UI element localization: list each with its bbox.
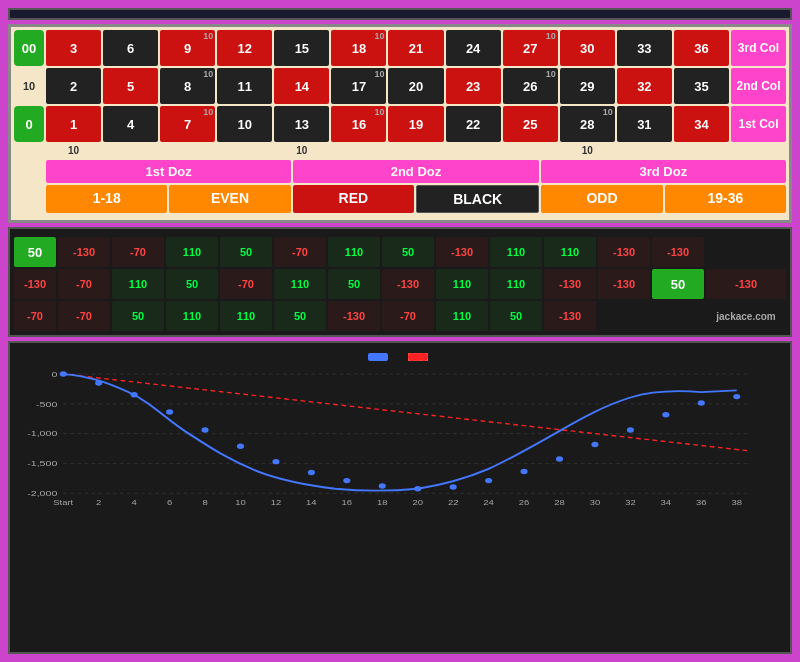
legend-red-swatch [408, 353, 428, 361]
winloss-grid: 50-130-7011050-7011050-130110110-130-130… [14, 237, 786, 331]
svg-text:-1,000: -1,000 [27, 429, 57, 438]
cell-22[interactable]: 22 [446, 106, 501, 142]
cell-21[interactable]: 21 [388, 30, 443, 66]
cell-6[interactable]: 6 [103, 30, 158, 66]
svg-point-27 [627, 427, 634, 432]
svg-point-20 [379, 483, 386, 488]
legend-expected [408, 353, 432, 361]
cell-4[interactable]: 4 [103, 106, 158, 142]
cell-25[interactable]: 25 [503, 106, 558, 142]
wl-cell-2-9: -70 [382, 301, 434, 331]
legend-blue-swatch [368, 353, 388, 361]
cell-28[interactable]: 281010 [560, 106, 615, 142]
side-cell-0[interactable]: 0 [14, 106, 44, 142]
svg-point-21 [414, 486, 421, 491]
wl-credit: jackace.com [706, 301, 786, 331]
cell-19[interactable]: 19 [388, 106, 443, 142]
svg-line-10 [63, 374, 748, 451]
winloss-container: 50-130-7011050-7011050-130110110-130-130… [8, 227, 792, 337]
cell-30[interactable]: 30 [560, 30, 615, 66]
wl-cell-1-8: -130 [382, 269, 434, 299]
svg-text:12: 12 [271, 498, 282, 505]
svg-text:38: 38 [731, 498, 742, 505]
cell-33[interactable]: 33 [617, 30, 672, 66]
roulette-table: 003691012151810212427103033363rd Col1025… [8, 24, 792, 223]
svg-text:14: 14 [306, 498, 317, 505]
cell-23[interactable]: 23 [446, 68, 501, 104]
svg-point-13 [131, 392, 138, 397]
doz-3[interactable]: 3rd Doz [541, 160, 786, 183]
cell-16[interactable]: 1610 [331, 106, 386, 142]
svg-point-17 [272, 459, 279, 464]
wl-cell-2-10: 110 [436, 301, 488, 331]
cell-20[interactable]: 20 [388, 68, 443, 104]
cell-9[interactable]: 910 [160, 30, 215, 66]
svg-point-25 [556, 456, 563, 461]
svg-text:26: 26 [519, 498, 530, 505]
cell-18[interactable]: 1810 [331, 30, 386, 66]
cell-13[interactable]: 1310 [274, 106, 329, 142]
graph-legend [16, 353, 784, 361]
svg-text:-2,000: -2,000 [27, 488, 57, 497]
wl-cell-1-11: -130 [544, 269, 596, 299]
svg-point-22 [450, 484, 457, 489]
cell-32[interactable]: 32 [617, 68, 672, 104]
cell-7[interactable]: 710 [160, 106, 215, 142]
wl-cell-1-6: 110 [274, 269, 326, 299]
wl-cell-0-3: 110 [166, 237, 218, 267]
wl-cell-0-6: 110 [328, 237, 380, 267]
doz-2[interactable]: 2nd Doz [293, 160, 538, 183]
wl-cell-2-8: -130 [328, 301, 380, 331]
svg-text:-1,500: -1,500 [27, 458, 57, 467]
cell-5[interactable]: 5 [103, 68, 158, 104]
svg-text:28: 28 [554, 498, 565, 505]
cell-2[interactable]: 2 [46, 68, 101, 104]
cell-36[interactable]: 36 [674, 30, 729, 66]
bet-red[interactable]: RED [293, 185, 414, 213]
svg-text:18: 18 [377, 498, 388, 505]
side-cell-10[interactable]: 10 [14, 68, 44, 104]
cell-26[interactable]: 2610 [503, 68, 558, 104]
col-cell-0[interactable]: 3rd Col [731, 30, 786, 66]
cell-24[interactable]: 24 [446, 30, 501, 66]
svg-text:24: 24 [483, 498, 494, 505]
wl-cell-1-7: 50 [328, 269, 380, 299]
cell-11[interactable]: 11 [217, 68, 272, 104]
wl-cell-1-1: -130 [14, 269, 56, 299]
cell-27[interactable]: 2710 [503, 30, 558, 66]
bet-19-36[interactable]: 19-36 [665, 185, 786, 213]
wl-cell-2-2: -70 [14, 301, 56, 331]
bet-even[interactable]: EVEN [169, 185, 290, 213]
wl-cell-1-12: -130 [598, 269, 650, 299]
wl-cell-1-5: -70 [220, 269, 272, 299]
wl-cell-2-3: -70 [58, 301, 110, 331]
wl-cell-0-4: 50 [220, 237, 272, 267]
cell-15[interactable]: 15 [274, 30, 329, 66]
side-cell-00[interactable]: 00 [14, 30, 44, 66]
col-cell-1[interactable]: 2nd Col [731, 68, 786, 104]
col-cell-2[interactable]: 1st Col [731, 106, 786, 142]
cell-1[interactable]: 110 [46, 106, 101, 142]
cell-3[interactable]: 3 [46, 30, 101, 66]
cell-14[interactable]: 14 [274, 68, 329, 104]
bet-black[interactable]: BLACK [416, 185, 539, 213]
wl-cell-1-0 [706, 237, 786, 267]
cell-34[interactable]: 34 [674, 106, 729, 142]
wl-cell-2-12: -130 [544, 301, 596, 331]
wl-cell-1-2: -70 [58, 269, 110, 299]
cell-10[interactable]: 10 [217, 106, 272, 142]
cell-29[interactable]: 29 [560, 68, 615, 104]
wl-cell-0-2: -70 [112, 237, 164, 267]
cell-31[interactable]: 31 [617, 106, 672, 142]
table-grid: 003691012151810212427103033363rd Col1025… [14, 30, 786, 142]
cell-17[interactable]: 1710 [331, 68, 386, 104]
cell-12[interactable]: 12 [217, 30, 272, 66]
bet-1-18[interactable]: 1-18 [46, 185, 167, 213]
svg-text:36: 36 [696, 498, 707, 505]
cell-35[interactable]: 35 [674, 68, 729, 104]
svg-point-15 [202, 427, 209, 432]
cell-8[interactable]: 810 [160, 68, 215, 104]
wl-cell-2-1: -130 [706, 269, 786, 299]
bet-odd[interactable]: ODD [541, 185, 662, 213]
doz-1[interactable]: 1st Doz [46, 160, 291, 183]
